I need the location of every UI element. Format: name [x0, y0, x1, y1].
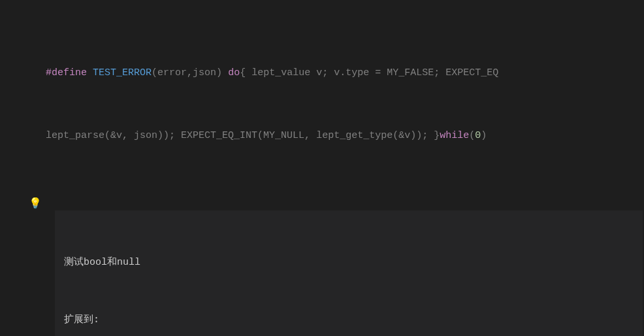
- token: json: [193, 67, 216, 78]
- token: do: [228, 67, 240, 78]
- token: lept_get_type: [316, 130, 393, 141]
- token: while: [440, 130, 469, 141]
- token: =: [369, 67, 387, 78]
- tooltip-expands-to: 扩展到:: [64, 312, 634, 328]
- token: ,: [187, 67, 193, 78]
- tooltip-comment: 测试bool和null: [64, 255, 634, 271]
- token: lept_parse: [46, 130, 105, 141]
- token: (&v, json));: [105, 130, 181, 141]
- code-editor[interactable]: #define TEST_ERROR(error,json) do{ lept_…: [0, 0, 644, 336]
- token: lept_value: [251, 67, 310, 78]
- lightbulb-icon[interactable]: 💡: [29, 196, 42, 212]
- token: (: [152, 67, 157, 78]
- token: )); }: [410, 130, 440, 141]
- token: #define: [46, 67, 87, 78]
- code-line[interactable]: lept_parse(&v, json)); EXPECT_EQ_INT(MY_…: [12, 128, 644, 144]
- token: 0: [475, 130, 481, 141]
- token: (&: [393, 130, 404, 141]
- token: ,: [304, 130, 316, 141]
- token: EXPECT_EQ: [445, 67, 498, 78]
- token: error: [157, 67, 187, 78]
- token: (: [469, 130, 475, 141]
- hover-tooltip: 测试bool和null 扩展到: do{ lept_value v; v.typ…: [55, 210, 643, 336]
- token: MY_FALSE: [387, 67, 434, 78]
- token: type: [346, 67, 369, 78]
- token: TEST_ERROR: [87, 67, 152, 78]
- token: EXPECT_EQ_INT: [181, 130, 257, 141]
- code-line[interactable]: #define TEST_ERROR(error,json) do{ lept_…: [12, 65, 644, 81]
- token: (: [257, 130, 263, 141]
- token: {: [240, 67, 251, 78]
- token: v: [404, 130, 410, 141]
- token: ): [216, 67, 228, 78]
- token: ): [481, 130, 487, 141]
- token: v; v.: [310, 67, 346, 78]
- token: MY_NULL: [263, 130, 304, 141]
- token: ;: [434, 67, 445, 78]
